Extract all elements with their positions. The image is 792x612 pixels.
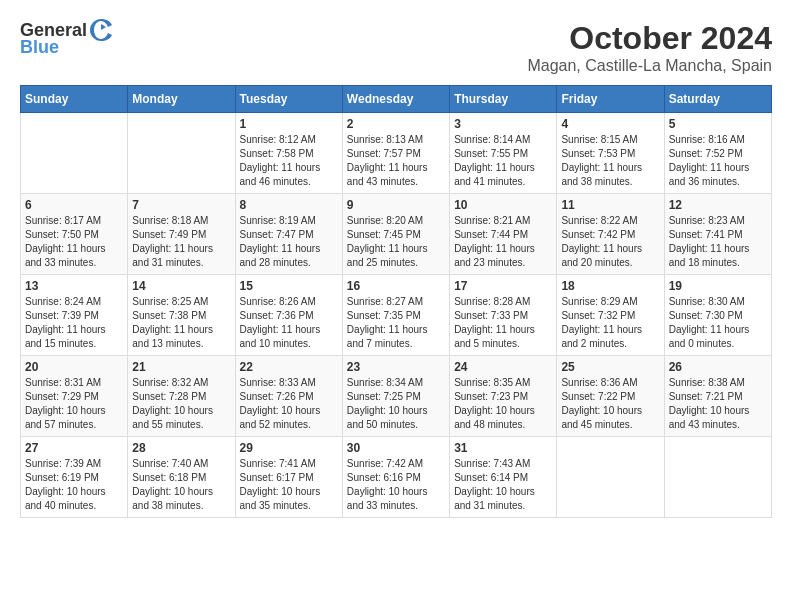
calendar-cell: 14Sunrise: 8:25 AM Sunset: 7:38 PM Dayli… [128, 275, 235, 356]
day-info: Sunrise: 8:16 AM Sunset: 7:52 PM Dayligh… [669, 133, 767, 189]
calendar-cell [557, 437, 664, 518]
calendar-cell: 20Sunrise: 8:31 AM Sunset: 7:29 PM Dayli… [21, 356, 128, 437]
day-info: Sunrise: 8:20 AM Sunset: 7:45 PM Dayligh… [347, 214, 445, 270]
day-info: Sunrise: 8:15 AM Sunset: 7:53 PM Dayligh… [561, 133, 659, 189]
weekday-header-sunday: Sunday [21, 86, 128, 113]
day-number: 27 [25, 441, 123, 455]
day-number: 28 [132, 441, 230, 455]
calendar-cell: 15Sunrise: 8:26 AM Sunset: 7:36 PM Dayli… [235, 275, 342, 356]
day-number: 17 [454, 279, 552, 293]
calendar-week-5: 27Sunrise: 7:39 AM Sunset: 6:19 PM Dayli… [21, 437, 772, 518]
calendar-cell [128, 113, 235, 194]
day-info: Sunrise: 8:23 AM Sunset: 7:41 PM Dayligh… [669, 214, 767, 270]
day-info: Sunrise: 8:12 AM Sunset: 7:58 PM Dayligh… [240, 133, 338, 189]
logo: General Blue [20, 20, 112, 58]
day-number: 26 [669, 360, 767, 374]
weekday-header-thursday: Thursday [450, 86, 557, 113]
day-number: 5 [669, 117, 767, 131]
calendar-cell: 25Sunrise: 8:36 AM Sunset: 7:22 PM Dayli… [557, 356, 664, 437]
logo-icon [90, 19, 112, 41]
day-info: Sunrise: 8:32 AM Sunset: 7:28 PM Dayligh… [132, 376, 230, 432]
location-title: Magan, Castille-La Mancha, Spain [527, 57, 772, 75]
day-number: 31 [454, 441, 552, 455]
calendar-cell: 3Sunrise: 8:14 AM Sunset: 7:55 PM Daylig… [450, 113, 557, 194]
calendar-cell: 8Sunrise: 8:19 AM Sunset: 7:47 PM Daylig… [235, 194, 342, 275]
day-number: 30 [347, 441, 445, 455]
day-info: Sunrise: 8:24 AM Sunset: 7:39 PM Dayligh… [25, 295, 123, 351]
day-number: 13 [25, 279, 123, 293]
day-number: 21 [132, 360, 230, 374]
header: General Blue October 2024 Magan, Castill… [20, 20, 772, 75]
day-info: Sunrise: 8:36 AM Sunset: 7:22 PM Dayligh… [561, 376, 659, 432]
calendar-cell: 22Sunrise: 8:33 AM Sunset: 7:26 PM Dayli… [235, 356, 342, 437]
day-number: 1 [240, 117, 338, 131]
day-number: 15 [240, 279, 338, 293]
day-info: Sunrise: 8:31 AM Sunset: 7:29 PM Dayligh… [25, 376, 123, 432]
calendar-cell: 12Sunrise: 8:23 AM Sunset: 7:41 PM Dayli… [664, 194, 771, 275]
calendar-cell: 2Sunrise: 8:13 AM Sunset: 7:57 PM Daylig… [342, 113, 449, 194]
day-info: Sunrise: 8:26 AM Sunset: 7:36 PM Dayligh… [240, 295, 338, 351]
day-number: 2 [347, 117, 445, 131]
weekday-header-monday: Monday [128, 86, 235, 113]
day-number: 18 [561, 279, 659, 293]
calendar-cell: 4Sunrise: 8:15 AM Sunset: 7:53 PM Daylig… [557, 113, 664, 194]
day-number: 3 [454, 117, 552, 131]
calendar-cell: 31Sunrise: 7:43 AM Sunset: 6:14 PM Dayli… [450, 437, 557, 518]
weekday-header-saturday: Saturday [664, 86, 771, 113]
day-info: Sunrise: 8:27 AM Sunset: 7:35 PM Dayligh… [347, 295, 445, 351]
day-info: Sunrise: 8:29 AM Sunset: 7:32 PM Dayligh… [561, 295, 659, 351]
day-info: Sunrise: 8:19 AM Sunset: 7:47 PM Dayligh… [240, 214, 338, 270]
day-number: 9 [347, 198, 445, 212]
day-info: Sunrise: 8:34 AM Sunset: 7:25 PM Dayligh… [347, 376, 445, 432]
day-info: Sunrise: 8:21 AM Sunset: 7:44 PM Dayligh… [454, 214, 552, 270]
calendar-cell: 18Sunrise: 8:29 AM Sunset: 7:32 PM Dayli… [557, 275, 664, 356]
day-number: 8 [240, 198, 338, 212]
day-info: Sunrise: 8:18 AM Sunset: 7:49 PM Dayligh… [132, 214, 230, 270]
calendar-cell: 23Sunrise: 8:34 AM Sunset: 7:25 PM Dayli… [342, 356, 449, 437]
day-info: Sunrise: 7:43 AM Sunset: 6:14 PM Dayligh… [454, 457, 552, 513]
weekday-header-wednesday: Wednesday [342, 86, 449, 113]
day-info: Sunrise: 8:33 AM Sunset: 7:26 PM Dayligh… [240, 376, 338, 432]
title-area: October 2024 Magan, Castille-La Mancha, … [527, 20, 772, 75]
calendar-week-1: 1Sunrise: 8:12 AM Sunset: 7:58 PM Daylig… [21, 113, 772, 194]
calendar-cell: 28Sunrise: 7:40 AM Sunset: 6:18 PM Dayli… [128, 437, 235, 518]
day-number: 24 [454, 360, 552, 374]
day-number: 6 [25, 198, 123, 212]
day-info: Sunrise: 7:41 AM Sunset: 6:17 PM Dayligh… [240, 457, 338, 513]
day-info: Sunrise: 8:38 AM Sunset: 7:21 PM Dayligh… [669, 376, 767, 432]
calendar-cell: 19Sunrise: 8:30 AM Sunset: 7:30 PM Dayli… [664, 275, 771, 356]
calendar-cell: 16Sunrise: 8:27 AM Sunset: 7:35 PM Dayli… [342, 275, 449, 356]
day-number: 19 [669, 279, 767, 293]
day-info: Sunrise: 8:30 AM Sunset: 7:30 PM Dayligh… [669, 295, 767, 351]
logo-blue: Blue [20, 37, 59, 58]
day-number: 29 [240, 441, 338, 455]
day-info: Sunrise: 7:39 AM Sunset: 6:19 PM Dayligh… [25, 457, 123, 513]
day-info: Sunrise: 8:13 AM Sunset: 7:57 PM Dayligh… [347, 133, 445, 189]
calendar-cell: 9Sunrise: 8:20 AM Sunset: 7:45 PM Daylig… [342, 194, 449, 275]
calendar-cell: 11Sunrise: 8:22 AM Sunset: 7:42 PM Dayli… [557, 194, 664, 275]
calendar-week-2: 6Sunrise: 8:17 AM Sunset: 7:50 PM Daylig… [21, 194, 772, 275]
day-number: 23 [347, 360, 445, 374]
calendar-table: SundayMondayTuesdayWednesdayThursdayFrid… [20, 85, 772, 518]
day-info: Sunrise: 8:14 AM Sunset: 7:55 PM Dayligh… [454, 133, 552, 189]
calendar-cell [21, 113, 128, 194]
day-info: Sunrise: 8:17 AM Sunset: 7:50 PM Dayligh… [25, 214, 123, 270]
day-number: 11 [561, 198, 659, 212]
calendar-cell: 26Sunrise: 8:38 AM Sunset: 7:21 PM Dayli… [664, 356, 771, 437]
day-number: 4 [561, 117, 659, 131]
calendar-week-3: 13Sunrise: 8:24 AM Sunset: 7:39 PM Dayli… [21, 275, 772, 356]
calendar-cell: 5Sunrise: 8:16 AM Sunset: 7:52 PM Daylig… [664, 113, 771, 194]
calendar-cell: 24Sunrise: 8:35 AM Sunset: 7:23 PM Dayli… [450, 356, 557, 437]
weekday-header-row: SundayMondayTuesdayWednesdayThursdayFrid… [21, 86, 772, 113]
month-title: October 2024 [527, 20, 772, 57]
day-number: 20 [25, 360, 123, 374]
day-info: Sunrise: 8:35 AM Sunset: 7:23 PM Dayligh… [454, 376, 552, 432]
calendar-cell: 7Sunrise: 8:18 AM Sunset: 7:49 PM Daylig… [128, 194, 235, 275]
day-info: Sunrise: 8:22 AM Sunset: 7:42 PM Dayligh… [561, 214, 659, 270]
day-number: 12 [669, 198, 767, 212]
day-number: 10 [454, 198, 552, 212]
day-number: 7 [132, 198, 230, 212]
calendar-week-4: 20Sunrise: 8:31 AM Sunset: 7:29 PM Dayli… [21, 356, 772, 437]
calendar-cell: 10Sunrise: 8:21 AM Sunset: 7:44 PM Dayli… [450, 194, 557, 275]
day-number: 25 [561, 360, 659, 374]
